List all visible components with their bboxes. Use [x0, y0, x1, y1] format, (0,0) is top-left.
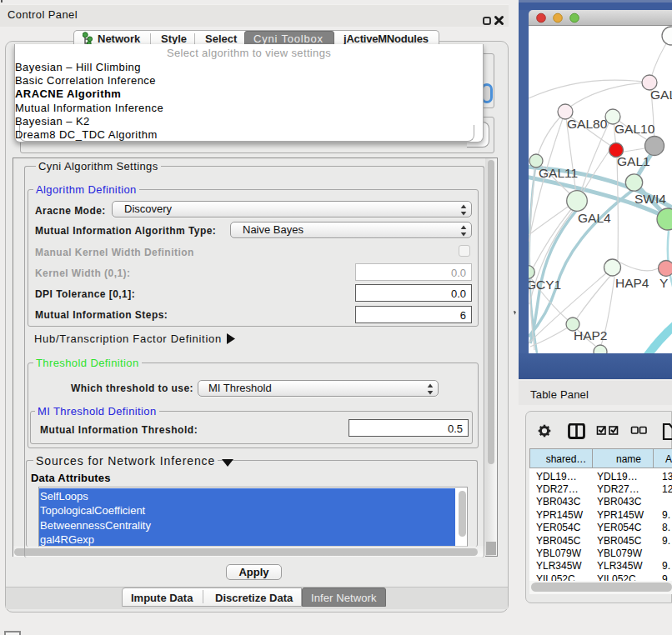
svg-text:Y: Y [659, 276, 668, 290]
svg-text:SWI4: SWI4 [634, 192, 666, 206]
svg-text:GAL11: GAL11 [539, 166, 578, 180]
svg-text:HAP2: HAP2 [574, 328, 608, 342]
svg-text:HAP4: HAP4 [615, 276, 649, 290]
svg-text:GAL80: GAL80 [567, 117, 608, 131]
svg-text:GCY1: GCY1 [529, 278, 561, 292]
svg-text:GAL4: GAL4 [578, 211, 611, 225]
svg-text:GAL: GAL [650, 88, 672, 102]
svg-text:GAL1: GAL1 [617, 154, 650, 168]
svg-text:GAL10: GAL10 [614, 122, 655, 136]
